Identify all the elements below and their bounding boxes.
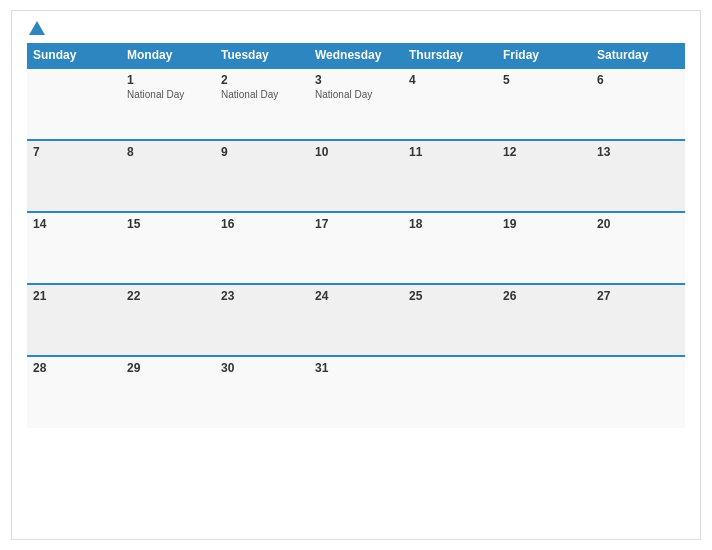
calendar-cell: [497, 356, 591, 428]
week-row-3: 21222324252627: [27, 284, 685, 356]
calendar-cell: 2National Day: [215, 68, 309, 140]
calendar-cell: 18: [403, 212, 497, 284]
calendar-cell: 3National Day: [309, 68, 403, 140]
day-number: 27: [597, 289, 679, 303]
calendar-cell: 20: [591, 212, 685, 284]
calendar-cell: 31: [309, 356, 403, 428]
day-number: 15: [127, 217, 209, 231]
day-number: 7: [33, 145, 115, 159]
calendar-cell: 25: [403, 284, 497, 356]
day-number: 2: [221, 73, 303, 87]
calendar-cell: 15: [121, 212, 215, 284]
weekday-header-tuesday: Tuesday: [215, 43, 309, 68]
calendar-cell: 24: [309, 284, 403, 356]
calendar-cell: 19: [497, 212, 591, 284]
calendar-cell: 21: [27, 284, 121, 356]
weekday-header-thursday: Thursday: [403, 43, 497, 68]
weekday-header-wednesday: Wednesday: [309, 43, 403, 68]
day-number: 26: [503, 289, 585, 303]
day-number: 8: [127, 145, 209, 159]
calendar-cell: 6: [591, 68, 685, 140]
weekday-header-sunday: Sunday: [27, 43, 121, 68]
day-number: 22: [127, 289, 209, 303]
calendar-cell: 1National Day: [121, 68, 215, 140]
event-label: National Day: [221, 89, 303, 100]
calendar-cell: 26: [497, 284, 591, 356]
calendar-cell: 4: [403, 68, 497, 140]
calendar-cell: 30: [215, 356, 309, 428]
calendar-grid: SundayMondayTuesdayWednesdayThursdayFrid…: [27, 43, 685, 428]
weekday-header-saturday: Saturday: [591, 43, 685, 68]
day-number: 1: [127, 73, 209, 87]
calendar-cell: [403, 356, 497, 428]
calendar-cell: 14: [27, 212, 121, 284]
calendar-cell: [591, 356, 685, 428]
calendar-cell: 27: [591, 284, 685, 356]
day-number: 12: [503, 145, 585, 159]
calendar-cell: 12: [497, 140, 591, 212]
event-label: National Day: [315, 89, 397, 100]
calendar-cell: 23: [215, 284, 309, 356]
calendar-cell: 5: [497, 68, 591, 140]
week-row-2: 14151617181920: [27, 212, 685, 284]
weekday-header-friday: Friday: [497, 43, 591, 68]
calendar-cell: 10: [309, 140, 403, 212]
day-number: 14: [33, 217, 115, 231]
calendar-cell: 28: [27, 356, 121, 428]
day-number: 28: [33, 361, 115, 375]
calendar-cell: 7: [27, 140, 121, 212]
day-number: 13: [597, 145, 679, 159]
day-number: 9: [221, 145, 303, 159]
event-label: National Day: [127, 89, 209, 100]
day-number: 10: [315, 145, 397, 159]
day-number: 18: [409, 217, 491, 231]
day-number: 5: [503, 73, 585, 87]
calendar-cell: 13: [591, 140, 685, 212]
week-row-0: 1National Day2National Day3National Day4…: [27, 68, 685, 140]
day-number: 3: [315, 73, 397, 87]
week-row-1: 78910111213: [27, 140, 685, 212]
day-number: 17: [315, 217, 397, 231]
calendar-cell: 16: [215, 212, 309, 284]
logo: [27, 21, 45, 35]
day-number: 23: [221, 289, 303, 303]
calendar-container: SundayMondayTuesdayWednesdayThursdayFrid…: [11, 10, 701, 540]
calendar-header: [27, 21, 685, 35]
day-number: 6: [597, 73, 679, 87]
day-number: 4: [409, 73, 491, 87]
day-number: 30: [221, 361, 303, 375]
day-number: 29: [127, 361, 209, 375]
calendar-cell: [27, 68, 121, 140]
calendar-cell: 17: [309, 212, 403, 284]
weekday-header-row: SundayMondayTuesdayWednesdayThursdayFrid…: [27, 43, 685, 68]
weekday-header-monday: Monday: [121, 43, 215, 68]
day-number: 11: [409, 145, 491, 159]
calendar-cell: 9: [215, 140, 309, 212]
day-number: 25: [409, 289, 491, 303]
calendar-cell: 11: [403, 140, 497, 212]
day-number: 21: [33, 289, 115, 303]
calendar-cell: 8: [121, 140, 215, 212]
logo-triangle-icon: [29, 21, 45, 35]
day-number: 20: [597, 217, 679, 231]
day-number: 19: [503, 217, 585, 231]
calendar-cell: 22: [121, 284, 215, 356]
week-row-4: 28293031: [27, 356, 685, 428]
day-number: 24: [315, 289, 397, 303]
day-number: 31: [315, 361, 397, 375]
day-number: 16: [221, 217, 303, 231]
calendar-cell: 29: [121, 356, 215, 428]
